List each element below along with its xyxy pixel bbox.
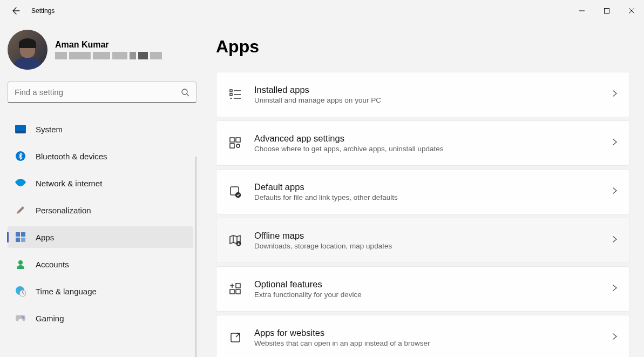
svg-rect-9	[16, 232, 20, 237]
sidebar-scrollbar[interactable]	[195, 157, 196, 357]
card-apps-for-websites[interactable]: Apps for websites Websites that can open…	[216, 315, 630, 357]
svg-rect-10	[21, 232, 25, 237]
svg-rect-28	[230, 144, 234, 148]
svg-line-5	[187, 94, 189, 96]
app-check-icon	[228, 185, 242, 199]
gaming-icon	[15, 313, 26, 324]
profile-email-redacted	[55, 52, 162, 59]
sidebar-item-label: Bluetooth & devices	[36, 152, 107, 161]
card-text: Default apps Defaults for file and link …	[254, 182, 600, 201]
svg-point-31	[236, 193, 241, 198]
card-sub: Websites that can open in an app instead…	[254, 339, 600, 347]
svg-point-18	[22, 316, 23, 317]
add-tile-icon	[228, 282, 242, 296]
svg-rect-22	[230, 93, 232, 96]
maximize-icon	[604, 8, 609, 14]
layout: Aman Kumar	[0, 22, 644, 357]
svg-rect-12	[21, 238, 25, 242]
svg-rect-34	[230, 289, 234, 294]
accounts-icon	[15, 259, 26, 270]
svg-rect-11	[16, 238, 20, 242]
card-text: Advanced app settings Choose where to ge…	[254, 133, 600, 153]
svg-point-19	[23, 317, 24, 318]
search-icon	[181, 88, 189, 97]
profile-block[interactable]: Aman Kumar	[8, 30, 200, 70]
card-sub: Downloads, storage location, map updates	[254, 242, 600, 250]
titlebar: Settings	[0, 0, 644, 22]
card-sub: Uninstall and manage apps on your PC	[254, 96, 600, 104]
search-input[interactable]	[15, 87, 181, 97]
list-icon	[228, 87, 242, 102]
minimize-button[interactable]	[570, 3, 594, 19]
chevron-right-icon	[612, 90, 618, 99]
sidebar-item-bluetooth[interactable]: Bluetooth & devices	[8, 145, 193, 167]
apps-icon	[15, 232, 26, 243]
svg-point-13	[18, 260, 23, 265]
apps-gear-icon	[228, 136, 242, 150]
bluetooth-icon	[15, 151, 26, 161]
chevron-right-icon	[612, 187, 618, 197]
card-text: Apps for websites Websites that can open…	[254, 328, 600, 347]
nav-list: System Bluetooth & devices Network & int…	[8, 118, 200, 329]
sidebar-item-label: Time & language	[36, 287, 97, 296]
svg-rect-7	[15, 131, 26, 133]
profile-name: Aman Kumar	[55, 40, 162, 50]
card-text: Offline maps Downloads, storage location…	[254, 231, 600, 250]
sidebar-item-gaming[interactable]: Gaming	[8, 307, 193, 329]
chevron-right-icon	[612, 138, 618, 148]
app-link-icon	[228, 331, 242, 345]
svg-point-29	[236, 144, 240, 147]
profile-info: Aman Kumar	[55, 40, 162, 59]
svg-rect-27	[236, 138, 240, 142]
card-sub: Defaults for file and link types, other …	[254, 193, 600, 201]
sidebar-item-label: Network & internet	[36, 179, 102, 188]
svg-rect-35	[236, 289, 240, 294]
arrow-left-icon	[12, 6, 21, 15]
sidebar-item-apps[interactable]: Apps	[8, 226, 193, 248]
card-title: Default apps	[254, 182, 600, 192]
sidebar-item-label: System	[36, 125, 63, 134]
close-icon	[629, 8, 634, 14]
brush-icon	[15, 205, 26, 215]
sidebar-item-personalization[interactable]: Personalization	[8, 199, 193, 221]
chevron-right-icon	[612, 235, 618, 245]
back-button[interactable]	[5, 0, 27, 22]
chevron-right-icon	[612, 333, 618, 342]
card-title: Offline maps	[254, 231, 600, 241]
card-title: Installed apps	[254, 85, 600, 95]
minimize-icon	[579, 8, 585, 14]
clock-globe-icon	[15, 286, 26, 297]
svg-rect-20	[230, 90, 232, 92]
card-sub: Extra functionality for your device	[254, 291, 600, 299]
search-box[interactable]	[8, 82, 196, 103]
sidebar-item-label: Personalization	[36, 206, 91, 215]
sidebar-item-label: Accounts	[36, 260, 69, 269]
svg-point-4	[182, 89, 187, 95]
close-button[interactable]	[619, 3, 644, 19]
card-offline-maps[interactable]: Offline maps Downloads, storage location…	[216, 218, 630, 263]
sidebar-item-system[interactable]: System	[8, 118, 193, 140]
sidebar-item-time-language[interactable]: Time & language	[8, 280, 193, 302]
card-installed-apps[interactable]: Installed apps Uninstall and manage apps…	[216, 72, 630, 117]
wifi-icon	[15, 178, 26, 188]
page-title: Apps	[216, 37, 630, 57]
window-title: Settings	[31, 7, 55, 15]
avatar-image	[11, 37, 44, 70]
card-advanced-app-settings[interactable]: Advanced app settings Choose where to ge…	[216, 120, 630, 166]
card-title: Apps for websites	[254, 328, 600, 338]
window-controls	[570, 3, 644, 19]
card-sub: Choose where to get apps, archive apps, …	[254, 145, 600, 153]
svg-rect-1	[605, 9, 609, 14]
card-text: Optional features Extra functionality fo…	[254, 279, 600, 299]
sidebar-item-label: Gaming	[36, 314, 64, 323]
avatar	[8, 30, 48, 70]
maximize-button[interactable]	[594, 3, 619, 19]
card-title: Advanced app settings	[254, 133, 600, 144]
sidebar: Aman Kumar	[0, 22, 200, 357]
sidebar-item-accounts[interactable]: Accounts	[8, 253, 193, 275]
sidebar-item-network[interactable]: Network & internet	[8, 172, 193, 194]
chevron-right-icon	[612, 284, 618, 294]
card-default-apps[interactable]: Default apps Defaults for file and link …	[216, 169, 630, 214]
card-optional-features[interactable]: Optional features Extra functionality fo…	[216, 266, 630, 312]
map-download-icon	[228, 233, 242, 247]
